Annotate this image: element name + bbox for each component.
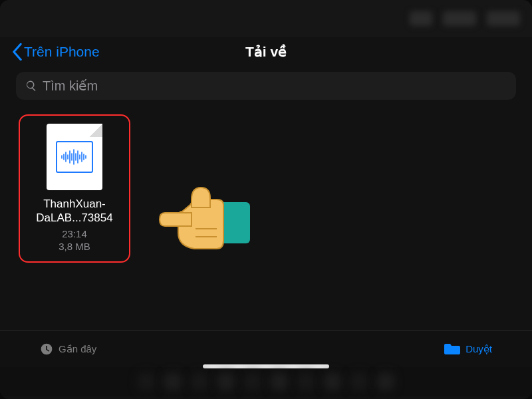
tab-label: Gần đây <box>59 343 96 355</box>
file-grid: ThanhXuan- DaLAB...73854 23:14 3,8 MB <box>0 104 532 330</box>
audio-waveform-icon <box>56 141 93 173</box>
folder-icon <box>444 342 460 356</box>
file-name: ThanhXuan- DaLAB...73854 <box>25 197 124 225</box>
search-input[interactable]: Tìm kiếm <box>16 72 516 100</box>
tab-bar: Gần đây Duyệt <box>0 330 532 367</box>
page-title: Tải về <box>245 44 287 60</box>
status-indicator <box>443 11 476 26</box>
pointing-hand-annotation <box>153 164 253 266</box>
file-size: 3,8 MB <box>25 241 124 252</box>
files-app-screen: Trên iPhone Tải về Tìm kiếm <box>0 0 532 399</box>
status-bar <box>0 0 532 37</box>
file-item-audio[interactable]: ThanhXuan- DaLAB...73854 23:14 3,8 MB <box>19 114 130 263</box>
back-label: Trên iPhone <box>24 44 100 60</box>
chevron-left-icon <box>12 43 23 61</box>
dock-blur <box>0 367 532 396</box>
status-indicator <box>487 11 520 26</box>
tab-label: Duyệt <box>466 343 492 355</box>
search-icon <box>25 80 37 92</box>
back-button[interactable]: Trên iPhone <box>12 43 100 61</box>
file-thumbnail <box>47 124 102 190</box>
search-placeholder: Tìm kiếm <box>43 78 98 94</box>
tab-recent[interactable]: Gần đây <box>40 342 96 356</box>
search-container: Tìm kiếm <box>0 66 532 104</box>
clock-icon <box>40 342 53 356</box>
home-indicator[interactable] <box>203 364 329 368</box>
file-timestamp: 23:14 <box>25 228 124 239</box>
status-indicator <box>410 11 432 26</box>
tab-browse[interactable]: Duyệt <box>444 342 492 356</box>
navigation-bar: Trên iPhone Tải về <box>0 37 532 66</box>
